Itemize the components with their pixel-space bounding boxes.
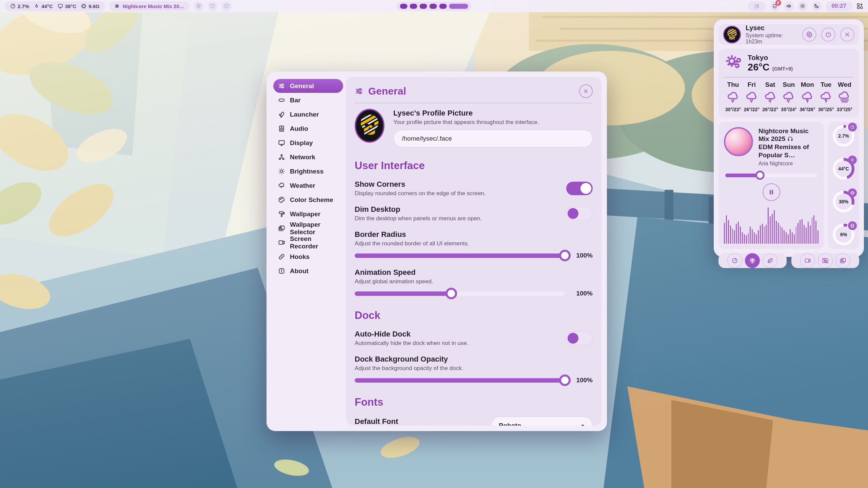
- camera-off-button[interactable]: [818, 253, 833, 268]
- border-radius-slider[interactable]: [355, 253, 565, 258]
- forecast-temps: 26°/22°: [763, 107, 778, 112]
- sliders-icon: [355, 87, 363, 96]
- monitor-icon: [58, 3, 63, 9]
- track-artist: Aria Nightcore: [758, 161, 818, 167]
- sidebar-item-wallpaper-selector[interactable]: Wallpaper Selector: [273, 221, 343, 235]
- night-light-button[interactable]: [812, 1, 822, 11]
- dim-desktop-toggle[interactable]: [566, 207, 593, 220]
- sidebar-item-wallpaper[interactable]: Wallpaper: [273, 207, 343, 221]
- chevron-down-icon: ▼: [580, 423, 585, 426]
- camera-off-icon: [822, 257, 829, 264]
- weather-timezone: (GMT+9): [772, 66, 793, 72]
- sidebar-item-about[interactable]: About: [273, 264, 343, 278]
- workspace-dot[interactable]: [400, 4, 408, 9]
- panel-close-button[interactable]: [840, 27, 854, 42]
- cloud-drizzle-icon: [745, 91, 758, 104]
- sidebar-label: Hooks: [290, 253, 310, 261]
- sidebar-item-brightness[interactable]: Brightness: [273, 164, 343, 178]
- control-panel: Lysec System uptime: 1h23m Tokyo 26°C (G…: [714, 19, 864, 257]
- forecast-day-label: Tue: [821, 81, 831, 88]
- slider-fill: [725, 174, 760, 177]
- wallpaper-gallery-button[interactable]: [835, 253, 850, 268]
- overview-button[interactable]: [856, 3, 863, 9]
- animation-speed-description: Adjust global animation speed.: [355, 278, 593, 285]
- animation-speed-value: 100%: [571, 290, 593, 297]
- show-corners-toggle[interactable]: [566, 182, 593, 195]
- workspace-dot[interactable]: [420, 4, 427, 9]
- scales-icon: [749, 257, 756, 264]
- dock-opacity-slider[interactable]: [355, 378, 565, 383]
- sidebar-label: Display: [290, 139, 313, 147]
- forecast-day-label: Fri: [748, 81, 756, 88]
- workspace-active[interactable]: [449, 4, 468, 9]
- power-button[interactable]: [821, 27, 835, 42]
- animation-speed-slider[interactable]: [355, 291, 565, 296]
- audio-visualizer: [724, 206, 818, 244]
- heart-icon: [224, 3, 229, 9]
- sliders-icon: [278, 82, 285, 89]
- sidebar-item-launcher[interactable]: Launcher: [273, 107, 343, 121]
- animation-speed-label: Animation Speed: [355, 268, 593, 277]
- grid-plus-icon: [856, 3, 863, 9]
- chip-icon: [848, 188, 857, 197]
- forecast-day-label: Mon: [801, 81, 814, 88]
- profile-path-input[interactable]: [393, 130, 593, 147]
- screen-record-button[interactable]: [800, 253, 815, 268]
- clock[interactable]: 00:27: [826, 1, 852, 11]
- gallery-icon: [840, 257, 846, 264]
- sidebar-item-weather[interactable]: Weather: [273, 179, 343, 192]
- gallery-icon: [278, 225, 285, 232]
- workspace-dot[interactable]: [439, 4, 447, 9]
- workspace-dot[interactable]: [430, 4, 437, 9]
- powersave-mode-button[interactable]: [763, 253, 777, 268]
- media-pill[interactable]: Nightcore Music Mix 20…: [109, 1, 190, 11]
- sidebar-item-general[interactable]: General: [273, 79, 343, 93]
- pause-button[interactable]: [763, 183, 780, 201]
- close-button[interactable]: [579, 84, 593, 98]
- workspace-dot[interactable]: [410, 4, 417, 9]
- default-font-dropdown[interactable]: Roboto ▼: [491, 416, 593, 426]
- close-icon: [583, 88, 589, 94]
- user-name: Lysec: [746, 24, 797, 32]
- close-icon: [844, 31, 851, 38]
- media-progress-slider[interactable]: [725, 174, 817, 177]
- sidebar-item-hooks[interactable]: Hooks: [273, 250, 343, 264]
- settings-button[interactable]: [802, 27, 816, 42]
- workspace-switcher[interactable]: [397, 2, 472, 11]
- show-corners-row: Show Corners Display rounded corners on …: [355, 180, 593, 197]
- balanced-mode-button[interactable]: [745, 253, 760, 268]
- brightness-button[interactable]: [798, 1, 808, 11]
- heart-button-1[interactable]: [208, 1, 217, 11]
- sidebar-item-network[interactable]: Network: [273, 150, 343, 164]
- temp-ring: 44°C: [833, 158, 854, 180]
- disk-ring: 6%: [833, 224, 854, 245]
- profile-picture[interactable]: [355, 109, 384, 143]
- forecast-temps: 33°/25°: [837, 107, 852, 112]
- skull-button[interactable]: [194, 1, 203, 11]
- cpu-stat: 2.7%: [10, 3, 29, 9]
- sidebar-item-audio[interactable]: Audio: [273, 122, 343, 136]
- volume-button[interactable]: [784, 1, 794, 11]
- memory-ring: 30%: [833, 191, 854, 212]
- settings-content: Lysec's Profile Picture Your profile pic…: [346, 103, 601, 426]
- sidebar-item-bar[interactable]: Bar: [273, 93, 343, 107]
- sidebar-label: Network: [290, 154, 315, 161]
- heart-icon: [210, 3, 215, 9]
- slider-knob[interactable]: [755, 171, 765, 180]
- settings-main-panel: General: [346, 77, 601, 426]
- uptime-text: System uptime: 1h23m: [746, 33, 797, 45]
- bar-icon: [278, 97, 285, 104]
- slider-knob[interactable]: [559, 250, 571, 261]
- sidebar-item-screen-recorder[interactable]: Screen Recorder: [273, 236, 343, 249]
- notifications-button[interactable]: 8: [770, 1, 780, 11]
- rocket-icon: [278, 111, 285, 118]
- slider-knob[interactable]: [559, 374, 571, 386]
- performance-mode-button[interactable]: [727, 253, 742, 268]
- memory-stat: 9.6G: [81, 3, 100, 9]
- slider-knob[interactable]: [446, 288, 457, 299]
- sidebar-item-display[interactable]: Display: [273, 136, 343, 150]
- heart-button-2[interactable]: [221, 1, 231, 11]
- sidebar-item-color-scheme[interactable]: Color Scheme: [273, 193, 343, 207]
- tray-pill[interactable]: [748, 1, 766, 11]
- auto-hide-dock-toggle[interactable]: [566, 331, 593, 345]
